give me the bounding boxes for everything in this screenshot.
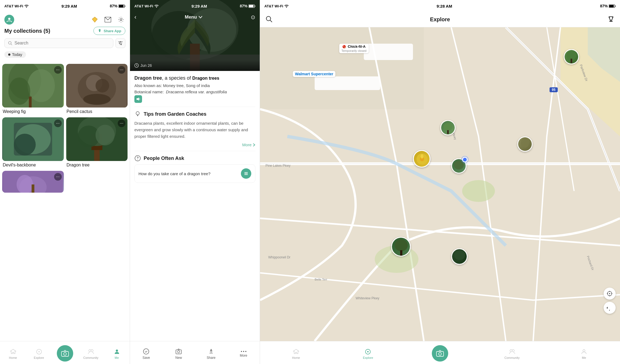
plant-pin-1[interactable] xyxy=(564,49,579,64)
plant-image-crocus xyxy=(2,171,64,193)
more-link[interactable]: More xyxy=(134,142,255,147)
mail-icon[interactable] xyxy=(104,15,112,24)
nav-me-label-1: Me xyxy=(115,356,119,359)
status-right-3: 87% xyxy=(600,4,616,8)
nav-community-1[interactable]: Community xyxy=(78,346,104,359)
pin-plant-7 xyxy=(452,249,467,264)
map-container[interactable]: 95 🍗 Chick-fil-A Temporarily closed Walm… xyxy=(260,27,620,341)
nav-community-label-1: Community xyxy=(83,356,99,359)
nav-explore-3[interactable]: Explore xyxy=(332,346,404,359)
plant-pin-4[interactable] xyxy=(413,150,430,168)
share-btn-label: Share App xyxy=(104,29,121,33)
plant-pin-6[interactable] xyxy=(391,237,411,256)
locate-button[interactable] xyxy=(604,288,616,300)
search-wrap xyxy=(4,38,113,48)
nav-home-3[interactable]: Home xyxy=(260,346,332,359)
nav-share[interactable]: Share xyxy=(195,346,228,360)
svg-point-103 xyxy=(609,293,610,294)
me-icon-1 xyxy=(114,348,120,355)
list-item[interactable]: ··· xyxy=(2,171,64,193)
battery-pct-3: 87% xyxy=(600,4,608,8)
menu-button[interactable]: Menu xyxy=(185,14,202,20)
chick-fil-a-text: Chick-fil-A xyxy=(348,44,365,49)
today-badge: Today xyxy=(4,51,26,58)
detail-body: Dragon tree, a species of Dragon trees A… xyxy=(130,71,260,341)
camera-btn-3[interactable] xyxy=(432,345,448,362)
plant-name-devil: Devil's-backbone xyxy=(2,161,64,169)
svg-rect-93 xyxy=(447,130,449,134)
more-dots-pencil[interactable]: ··· xyxy=(118,66,125,74)
pine-lakes-label: Pine Lakes Pkwy xyxy=(265,164,290,168)
nav-new-label: New xyxy=(175,356,182,360)
camera-btn-1[interactable] xyxy=(57,345,73,362)
filter-button[interactable] xyxy=(116,38,125,48)
hero-camera-icon[interactable]: ⊙ xyxy=(251,14,255,20)
battery-icon-3 xyxy=(609,4,616,8)
chevron-down-icon xyxy=(199,16,202,19)
plant-family: Dragon trees xyxy=(192,76,219,80)
question-icon xyxy=(134,155,141,162)
belle-terr-label: Belle Terr xyxy=(315,278,327,281)
bottom-nav-1: Home Explore Community Me xyxy=(0,341,130,364)
svg-rect-57 xyxy=(249,5,253,7)
nav-camera-3[interactable] xyxy=(404,343,476,363)
pin-inner-6 xyxy=(392,238,410,256)
search-icon-explore[interactable] xyxy=(265,16,273,24)
search-input[interactable] xyxy=(14,41,110,46)
walmart-text: Walmart Supercenter xyxy=(295,72,333,76)
plant-name-weeping: Weeping fig xyxy=(2,108,64,115)
new-camera-icon xyxy=(175,348,182,355)
svg-point-47 xyxy=(116,350,118,352)
nav-explore-label-1: Explore xyxy=(34,356,44,359)
poa-list-icon xyxy=(241,168,251,179)
nav-new[interactable]: New xyxy=(163,346,195,360)
svg-point-71 xyxy=(245,351,246,352)
svg-rect-21 xyxy=(29,97,32,108)
bottom-nav-2: Save New Share More xyxy=(130,341,260,364)
nav-me-1[interactable]: Me xyxy=(104,346,130,359)
more-link-text: More xyxy=(242,142,252,147)
svg-rect-43 xyxy=(61,351,69,356)
share-app-button[interactable]: Share App xyxy=(93,27,125,35)
nav-explore-1[interactable]: Explore xyxy=(26,346,52,359)
settings-icon[interactable] xyxy=(117,15,125,24)
svg-rect-85 xyxy=(315,76,380,90)
nav-save[interactable]: Save xyxy=(130,346,163,360)
list-item[interactable]: ··· Devil's-backbone xyxy=(2,117,64,169)
nav-more[interactable]: More xyxy=(227,348,260,357)
svg-point-114 xyxy=(583,350,585,352)
svg-point-99 xyxy=(395,239,408,251)
divider-1 xyxy=(134,107,255,107)
svg-point-45 xyxy=(89,350,91,352)
plant-grid: ··· Weeping fig ··· Pencil cactus xyxy=(0,64,130,217)
refresh-button[interactable] xyxy=(604,302,616,314)
list-item[interactable]: ··· Weeping fig xyxy=(2,64,64,115)
trophy-icon[interactable] xyxy=(607,16,615,24)
nav-home-1[interactable]: Home xyxy=(0,346,26,359)
svg-point-98 xyxy=(454,161,464,169)
plant-species-text: , a species of xyxy=(162,75,192,81)
plant-pin-7[interactable] xyxy=(451,248,468,265)
nav-community-3[interactable]: Community xyxy=(476,346,548,359)
more-dots-devil[interactable]: ··· xyxy=(54,120,62,127)
list-item[interactable]: ··· Pencil cactus xyxy=(66,64,128,115)
avatar[interactable] xyxy=(4,15,14,25)
nav-me-3[interactable]: Me xyxy=(548,346,620,359)
clock-icon xyxy=(134,63,139,68)
more-dots-dragon[interactable]: ··· xyxy=(118,120,125,127)
sound-button[interactable] xyxy=(134,95,142,103)
back-button[interactable]: ‹ xyxy=(134,14,136,21)
svg-point-25 xyxy=(95,79,109,93)
poa-question[interactable]: How do you take care of a dragon tree? xyxy=(134,164,255,183)
svg-point-109 xyxy=(367,351,369,352)
plant-pin-2[interactable] xyxy=(440,120,456,135)
wifi-icon-2 xyxy=(154,4,159,8)
nav-camera-1[interactable] xyxy=(52,343,78,363)
status-left-3: AT&T Wi-Fi xyxy=(264,4,289,8)
save-icon xyxy=(143,348,149,355)
premium-icon[interactable] xyxy=(90,15,99,24)
more-dots-crocus[interactable]: ··· xyxy=(54,173,62,181)
plant-pin-3[interactable] xyxy=(517,136,533,152)
list-item[interactable]: ··· Dragon tree xyxy=(66,117,128,169)
more-dots-weeping[interactable]: ··· xyxy=(54,66,62,74)
